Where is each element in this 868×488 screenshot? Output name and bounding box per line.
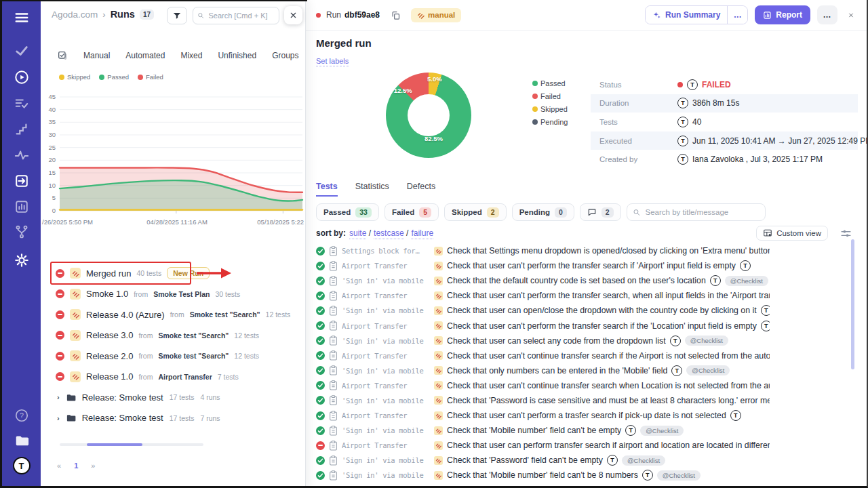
comment-icon bbox=[587, 207, 597, 217]
new-run-badge[interactable]: New Run bbox=[167, 267, 210, 279]
manual-test-icon bbox=[434, 277, 443, 285]
sort-option[interactable]: failure bbox=[411, 228, 433, 239]
checklist-tag: @Checklist bbox=[725, 276, 768, 286]
drawer-search-input[interactable] bbox=[207, 11, 275, 20]
user-avatar[interactable]: T bbox=[13, 457, 31, 474]
test-result-row[interactable]: 'Sign in' via mobile Check that only num… bbox=[306, 363, 770, 378]
failed-status-icon bbox=[56, 331, 64, 340]
chip-count: 33 bbox=[355, 207, 372, 218]
test-result-row[interactable]: Airport Transfer Check that user can't c… bbox=[306, 348, 770, 363]
run-summary-button[interactable]: Run Summary bbox=[646, 6, 727, 24]
help-icon[interactable]: ? bbox=[14, 408, 29, 423]
page-title: Runs bbox=[111, 9, 135, 20]
run-list-item[interactable]: Merged run 40 tests New Run bbox=[41, 263, 306, 284]
pulse-icon[interactable] bbox=[14, 148, 29, 163]
test-result-row[interactable]: Airport Transfer Check that user can't p… bbox=[306, 318, 770, 333]
test-result-row[interactable]: 'Sign in' via mobile Check that user can… bbox=[306, 333, 770, 348]
custom-view-button[interactable]: Custom view bbox=[756, 226, 828, 241]
result-filter-chip[interactable]: Pending 0 bbox=[512, 203, 574, 221]
manual-run-icon bbox=[70, 350, 81, 361]
branch-icon[interactable] bbox=[14, 224, 29, 239]
gear-icon[interactable] bbox=[14, 253, 29, 268]
avatar: T bbox=[677, 136, 688, 146]
chevron-right-icon[interactable]: › bbox=[57, 414, 60, 422]
test-result-row[interactable]: Airport Transfer Check that user can't c… bbox=[306, 378, 770, 393]
run-folder-item[interactable]: › Release: Smoke test 17 tests 4 runs bbox=[41, 387, 306, 408]
filter-button[interactable] bbox=[167, 7, 187, 24]
bar-chart-icon[interactable] bbox=[14, 199, 29, 214]
test-result-row[interactable]: 'Sign in' via mobile Check that user can… bbox=[306, 303, 770, 318]
view-settings-icon[interactable] bbox=[840, 228, 852, 239]
detail-tab[interactable]: Defects bbox=[407, 182, 435, 197]
sort-option[interactable]: testcase bbox=[374, 228, 404, 239]
sort-option[interactable]: suite bbox=[349, 228, 366, 239]
manual-test-icon bbox=[434, 411, 443, 420]
run-type-tab[interactable]: Groups bbox=[272, 51, 298, 60]
checklist-tag: @Checklist bbox=[685, 336, 728, 346]
report-button[interactable]: Report bbox=[755, 5, 810, 24]
pagination-next[interactable]: » bbox=[91, 462, 95, 470]
manual-test-icon bbox=[434, 336, 443, 345]
test-result-row[interactable]: 'Sign in' via mobile Check that the defa… bbox=[306, 273, 770, 288]
legend-label: Pending bbox=[540, 118, 568, 126]
test-result-row[interactable]: 'Sign in' via mobile Check that 'Passwor… bbox=[306, 393, 770, 408]
run-list-item[interactable]: Release 1.0 from Airport Transfer 7 test… bbox=[41, 367, 306, 388]
run-list-item[interactable]: Release 2.0 from Smoke test "Search" 12 … bbox=[41, 346, 306, 367]
chevron-right-icon[interactable]: › bbox=[57, 393, 60, 401]
test-title: Check that user can't perform the transf… bbox=[447, 261, 736, 270]
select-all-icon[interactable] bbox=[57, 50, 68, 61]
run-type-tab[interactable]: Unfinished bbox=[218, 51, 256, 60]
pagination-prev[interactable]: « bbox=[57, 462, 61, 470]
detail-tab[interactable]: Statistics bbox=[355, 182, 389, 197]
test-result-row[interactable]: 'Sign in' via mobile Check that 'Passwor… bbox=[306, 453, 770, 468]
detail-tab[interactable]: Tests bbox=[316, 182, 338, 197]
manual-test-icon bbox=[434, 441, 443, 450]
folder-name: Release: Smoke test bbox=[82, 392, 163, 403]
set-labels-link[interactable]: Set labels bbox=[316, 57, 349, 66]
result-filter-chip[interactable]: Skipped 2 bbox=[444, 203, 507, 221]
run-type-tab[interactable]: Manual bbox=[83, 51, 110, 60]
run-list-item[interactable]: Release 4.0 (Azure) from Smoke test "Sea… bbox=[41, 304, 306, 325]
play-circle-icon[interactable] bbox=[14, 70, 29, 85]
comments-filter-chip[interactable]: 2 bbox=[580, 203, 621, 221]
tests-search-input[interactable] bbox=[644, 207, 760, 217]
folder-icon[interactable] bbox=[14, 433, 29, 448]
test-result-row[interactable]: Airport Transfer Check that user can't p… bbox=[306, 408, 770, 423]
run-summary-more-button[interactable]: … bbox=[727, 6, 747, 24]
sort-options: suitetestcasefailure bbox=[349, 228, 433, 238]
run-type-tab[interactable]: Mixed bbox=[180, 51, 202, 60]
detail-close-button[interactable] bbox=[844, 8, 858, 22]
test-result-row[interactable]: Airport Transfer Check that user can't p… bbox=[306, 288, 770, 303]
run-tests-count: 12 tests bbox=[234, 352, 259, 360]
result-filter-chip[interactable]: Failed 5 bbox=[384, 203, 439, 221]
scrollbar-thumb[interactable] bbox=[87, 443, 142, 446]
chip-count: 5 bbox=[419, 207, 431, 218]
copy-icon[interactable] bbox=[389, 9, 401, 21]
run-list-item[interactable]: Release 3.0 from Smoke test "Search" 12 … bbox=[41, 325, 306, 346]
result-filter-chip[interactable]: Passed 33 bbox=[316, 203, 379, 221]
run-type-tab[interactable]: Automated bbox=[125, 51, 165, 60]
test-result-row[interactable]: 'Sign in' via mobile Check that 'Mobile … bbox=[306, 423, 770, 438]
avatar-letter: T bbox=[646, 472, 650, 479]
test-title: Check that user can't continue transfer … bbox=[447, 381, 770, 390]
box-arrow-icon[interactable] bbox=[14, 174, 29, 188]
menu-icon[interactable] bbox=[14, 10, 29, 25]
horizontal-scrollbar[interactable] bbox=[60, 443, 203, 446]
failed-status-icon bbox=[56, 289, 64, 298]
checkmark-icon[interactable] bbox=[14, 43, 29, 58]
steps-icon[interactable] bbox=[14, 122, 29, 137]
more-actions-button[interactable]: … bbox=[817, 5, 837, 24]
run-list-item[interactable]: Smoke 1.0 from Smoke Test Plan 30 tests bbox=[41, 284, 306, 305]
test-result-row[interactable]: Airport Transfer Check that user can't p… bbox=[306, 258, 770, 273]
run-folder-item[interactable]: › Release: Smoke test 17 tests 7 runs bbox=[41, 408, 306, 429]
pagination-page-1[interactable]: 1 bbox=[74, 462, 78, 470]
drawer-close-button[interactable] bbox=[284, 6, 302, 24]
list-check-icon[interactable] bbox=[14, 96, 29, 111]
vertical-scrollbar-thumb[interactable] bbox=[851, 239, 854, 369]
test-result-row[interactable]: Airport Transfer Check that user can per… bbox=[306, 438, 770, 453]
testcase-icon bbox=[329, 455, 338, 466]
svg-text:25: 25 bbox=[48, 144, 56, 151]
breadcrumb-project[interactable]: Agoda.com bbox=[52, 9, 98, 20]
test-result-row[interactable]: Settings block for… Check that Settings … bbox=[306, 243, 770, 258]
test-result-row[interactable]: 'Sign in' via mobile Check that 'Mobile … bbox=[306, 468, 770, 483]
